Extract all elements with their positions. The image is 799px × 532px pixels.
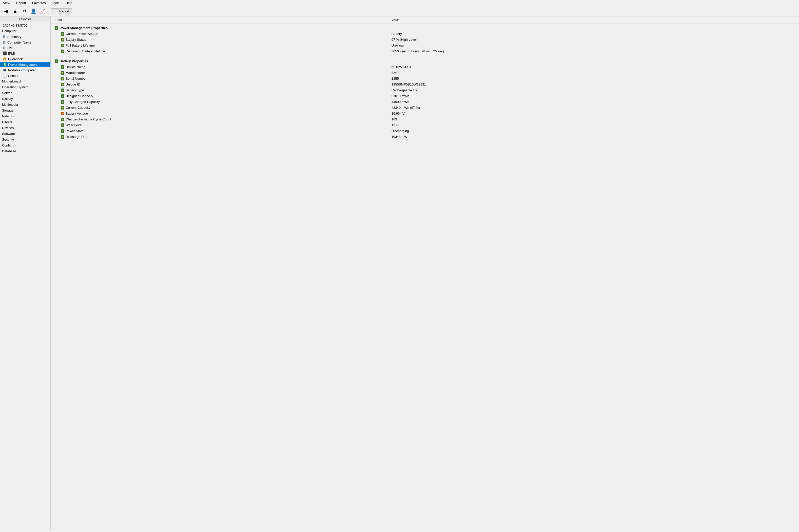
field-value: Rechargeable LiP [387, 87, 799, 93]
sidebar-item-database[interactable]: Database [0, 148, 50, 154]
sidebar-item-dmi[interactable]: 🖥 DMI [0, 45, 50, 51]
sidebar-item-multimedia[interactable]: Multimedia [0, 102, 50, 108]
field-name: Battery Status [66, 38, 86, 41]
section-icon [55, 26, 58, 30]
field-name: Manufacturer [66, 71, 85, 75]
menu-view[interactable]: View [2, 0, 11, 5]
sidebar-item-ipmi[interactable]: ⬛ IPMI [0, 51, 50, 56]
table-row: Current Capacity43340 mWh (97 %) [51, 105, 799, 111]
table-row: Designed Capacity51010 mWh [51, 93, 799, 99]
field-icon [61, 71, 64, 75]
field-name: Serial Number [66, 77, 87, 80]
field-name: Fully Charged Capacity [66, 100, 100, 104]
sidebar-item-computer[interactable]: Computer [0, 28, 50, 34]
field-value: 30505 sec (8 hours, 28 min, 25 sec) [387, 48, 799, 54]
chart-button[interactable]: 📈 [38, 7, 47, 15]
sidebar-item-directx[interactable]: DirectX [0, 119, 50, 125]
sidebar-item-computer-name[interactable]: 🖥 Computer Name [0, 39, 50, 45]
field-icon [61, 129, 64, 133]
field-name: Unique ID [66, 82, 80, 86]
sidebar-item-server[interactable]: Server [0, 90, 50, 96]
field-icon [61, 106, 64, 110]
sidebar-item-storage[interactable]: Storage [0, 108, 50, 113]
table-row: Battery TypeRechargeable LiP [51, 87, 799, 93]
sensor-icon: 🕐 [2, 74, 7, 78]
report-label: Report [59, 10, 69, 13]
field-value: 12 % [387, 122, 799, 128]
field-value: 44590 mWh [387, 99, 799, 105]
field-icon [61, 77, 64, 80]
sidebar: Favorites 0A64 v6.33.5700 Computer 🖥 Sum… [0, 16, 51, 531]
field-icon [61, 44, 64, 47]
sidebar-item-overclock[interactable]: 🔥 Overclock [0, 56, 50, 62]
sidebar-item-summary[interactable]: 🖥 Summary [0, 34, 50, 39]
sidebar-item-portable-computer[interactable]: 💻 Portable Computer [0, 67, 50, 73]
field-value: Discharging [387, 128, 799, 134]
favorites-label: Favorites [0, 16, 50, 22]
field-value: 1355SMP5B10W13931 [387, 81, 799, 87]
field-value: Battery [387, 31, 799, 37]
report-button[interactable]: 📄 Report [51, 8, 72, 14]
sidebar-app-version: 0A64 v6.33.5700 [0, 23, 50, 28]
sidebar-item-sensor[interactable]: 🕐 Sensor [0, 73, 50, 78]
field-value: Unknown [387, 42, 799, 48]
field-icon [61, 32, 64, 36]
table-row: Discharge Rate10348 mW [51, 134, 799, 140]
table-row: Charge-Discharge Cycle Count163 [51, 116, 799, 122]
field-icon [61, 83, 64, 86]
field-icon [61, 94, 64, 98]
field-name: Designed Capacity [66, 94, 93, 98]
toolbar: ◀ ▲ ↺ 👤 📈 📄 Report [0, 6, 799, 16]
table-row: Device Name5B10W13931 [51, 64, 799, 70]
sidebar-item-motherboard[interactable]: Motherboard [0, 78, 50, 84]
field-name: Remaining Battery Lifetime [66, 49, 105, 53]
up-button[interactable]: ▲ [11, 7, 19, 15]
field-icon [61, 118, 64, 121]
section-row: Battery Properties [51, 57, 799, 64]
field-icon [61, 65, 64, 69]
col-field: Field [51, 16, 387, 23]
col-value: Value [387, 16, 799, 23]
section-row: Power Management Properties [51, 23, 799, 31]
menu-bar: View Report Favorites Tools Help [0, 0, 799, 6]
computer-name-icon: 🖥 [2, 40, 6, 44]
field-name: Charge-Discharge Cycle Count [66, 117, 111, 121]
sidebar-item-software[interactable]: Software [0, 131, 50, 137]
sidebar-item-network[interactable]: Network [0, 113, 50, 119]
overclock-icon: 🔥 [2, 57, 7, 61]
field-value: SMP [387, 70, 799, 76]
field-name: Wear Level [66, 123, 82, 127]
power-management-icon: 🔋 [2, 62, 7, 66]
user-button[interactable]: 👤 [30, 7, 37, 15]
main-container: Favorites 0A64 v6.33.5700 Computer 🖥 Sum… [0, 16, 799, 531]
data-table: Field Value Power Management PropertiesC… [51, 16, 799, 140]
field-icon [61, 50, 64, 53]
sidebar-item-display[interactable]: Display [0, 96, 50, 102]
menu-tools[interactable]: Tools [51, 0, 60, 5]
sidebar-item-security[interactable]: Security [0, 137, 50, 142]
field-icon [61, 124, 64, 127]
toolbar-divider [49, 7, 49, 15]
field-icon [61, 135, 64, 139]
menu-favorites[interactable]: Favorites [31, 0, 47, 5]
sidebar-item-power-management[interactable]: 🔋 Power Management [0, 62, 50, 67]
table-row: Current Power SourceBattery [51, 31, 799, 37]
table-row: Battery Voltage16.664 V [51, 111, 799, 116]
refresh-button[interactable]: ↺ [20, 7, 29, 15]
menu-report[interactable]: Report [15, 0, 27, 5]
field-value: 163 [387, 116, 799, 122]
ipmi-icon: ⬛ [2, 51, 7, 55]
sidebar-item-config[interactable]: Config [0, 142, 50, 148]
back-button[interactable]: ◀ [2, 7, 10, 15]
field-icon [61, 89, 64, 92]
menu-help[interactable]: Help [65, 0, 73, 5]
report-icon: 📄 [54, 10, 58, 13]
field-icon [61, 112, 64, 115]
sidebar-item-operating-system[interactable]: Operating System [0, 84, 50, 90]
field-value: 51010 mWh [387, 93, 799, 99]
field-name: Power State [66, 129, 84, 133]
table-row: Full Battery LifetimeUnknown [51, 42, 799, 48]
content-area: Field Value Power Management PropertiesC… [51, 16, 799, 531]
sidebar-item-devices[interactable]: Devices [0, 125, 50, 131]
field-name: Battery Type [66, 88, 84, 92]
